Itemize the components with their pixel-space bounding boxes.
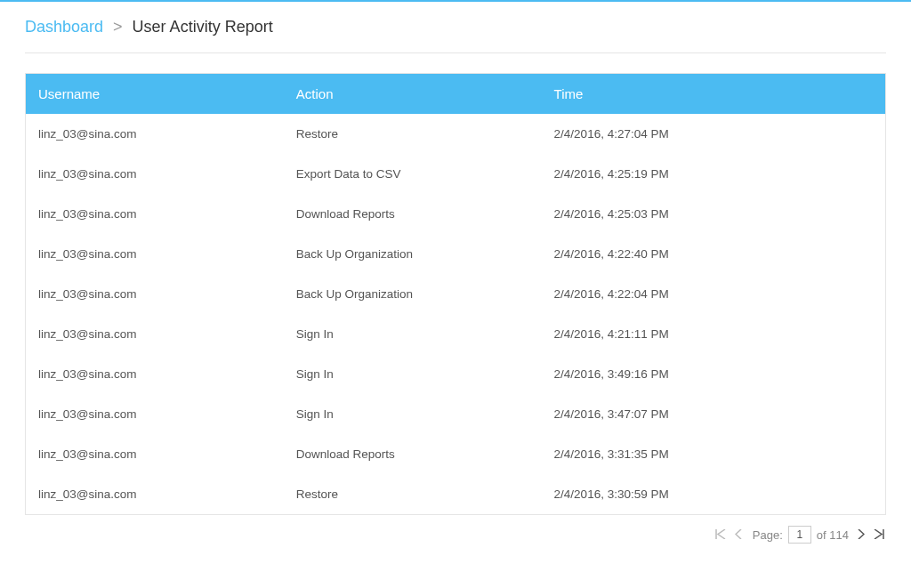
cell-action: Sign In: [284, 394, 542, 434]
pager-page-label: Page:: [753, 528, 783, 542]
cell-action: Back Up Organization: [284, 234, 542, 274]
cell-action: Restore: [284, 474, 542, 514]
cell-time: 2/4/2016, 4:27:04 PM: [542, 114, 885, 154]
cell-username: linz_03@sina.com: [26, 354, 284, 394]
activity-table: Username Action Time linz_03@sina.comRes…: [26, 74, 885, 514]
cell-action: Export Data to CSV: [284, 154, 542, 194]
cell-action: Back Up Organization: [284, 274, 542, 314]
cell-time: 2/4/2016, 4:25:03 PM: [542, 194, 885, 234]
col-header-username[interactable]: Username: [26, 74, 284, 114]
cell-action: Download Reports: [284, 194, 542, 234]
cell-username: linz_03@sina.com: [26, 434, 284, 474]
breadcrumb-current: User Activity Report: [133, 18, 273, 36]
cell-time: 2/4/2016, 3:31:35 PM: [542, 434, 885, 474]
cell-time: 2/4/2016, 4:22:40 PM: [542, 234, 885, 274]
col-header-time[interactable]: Time: [542, 74, 885, 114]
table-row[interactable]: linz_03@sina.comDownload Reports2/4/2016…: [26, 194, 885, 234]
pager-first-icon[interactable]: [713, 528, 728, 541]
pager: Page: of 114: [25, 515, 886, 544]
pager-of-label: of 114: [817, 528, 849, 542]
col-header-action[interactable]: Action: [284, 74, 542, 114]
pager-page-input[interactable]: [788, 526, 811, 544]
table-row[interactable]: linz_03@sina.comBack Up Organization2/4/…: [26, 274, 885, 314]
table-row[interactable]: linz_03@sina.comRestore2/4/2016, 3:30:59…: [26, 474, 885, 514]
cell-time: 2/4/2016, 4:25:19 PM: [542, 154, 885, 194]
table-row[interactable]: linz_03@sina.comSign In2/4/2016, 3:47:07…: [26, 394, 885, 434]
table-row[interactable]: linz_03@sina.comSign In2/4/2016, 3:49:16…: [26, 354, 885, 394]
table-row[interactable]: linz_03@sina.comSign In2/4/2016, 4:21:11…: [26, 314, 885, 354]
cell-action: Download Reports: [284, 434, 542, 474]
table-row[interactable]: linz_03@sina.comDownload Reports2/4/2016…: [26, 434, 885, 474]
cell-username: linz_03@sina.com: [26, 314, 284, 354]
cell-username: linz_03@sina.com: [26, 234, 284, 274]
cell-username: linz_03@sina.com: [26, 154, 284, 194]
breadcrumb-dashboard-link[interactable]: Dashboard: [25, 18, 103, 36]
cell-time: 2/4/2016, 3:47:07 PM: [542, 394, 885, 434]
cell-username: linz_03@sina.com: [26, 394, 284, 434]
cell-username: linz_03@sina.com: [26, 274, 284, 314]
table-row[interactable]: linz_03@sina.comExport Data to CSV2/4/20…: [26, 154, 885, 194]
cell-time: 2/4/2016, 3:30:59 PM: [542, 474, 885, 514]
pager-last-icon[interactable]: [872, 528, 886, 541]
cell-action: Restore: [284, 114, 542, 154]
cell-time: 2/4/2016, 4:21:11 PM: [542, 314, 885, 354]
cell-username: linz_03@sina.com: [26, 114, 284, 154]
cell-username: linz_03@sina.com: [26, 194, 284, 234]
pager-prev-icon[interactable]: [733, 528, 744, 541]
breadcrumb-separator: >: [113, 18, 123, 36]
cell-username: linz_03@sina.com: [26, 474, 284, 514]
divider: [25, 52, 886, 53]
cell-action: Sign In: [284, 354, 542, 394]
table-row[interactable]: linz_03@sina.comRestore2/4/2016, 4:27:04…: [26, 114, 885, 154]
pager-next-icon[interactable]: [856, 528, 867, 541]
breadcrumb: Dashboard > User Activity Report: [25, 18, 886, 36]
cell-time: 2/4/2016, 3:49:16 PM: [542, 354, 885, 394]
table-row[interactable]: linz_03@sina.comBack Up Organization2/4/…: [26, 234, 885, 274]
cell-time: 2/4/2016, 4:22:04 PM: [542, 274, 885, 314]
activity-table-container: Username Action Time linz_03@sina.comRes…: [25, 73, 886, 515]
cell-action: Sign In: [284, 314, 542, 354]
